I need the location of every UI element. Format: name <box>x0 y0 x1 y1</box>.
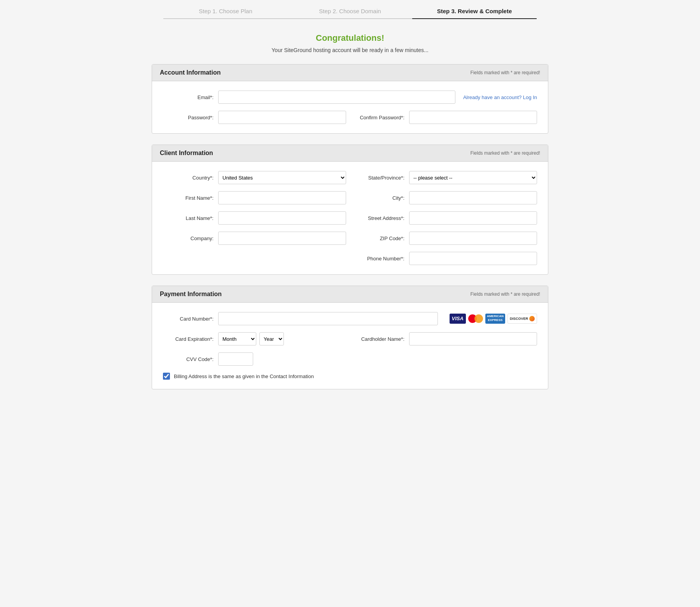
street-input[interactable] <box>409 211 537 225</box>
payment-info-note: Fields marked with * are required! <box>471 291 540 297</box>
zip-group: ZIP Code*: <box>354 232 537 245</box>
step-1[interactable]: Step 1. Choose Plan <box>163 8 288 19</box>
step-3[interactable]: Step 3. Review & Complete <box>412 8 537 19</box>
login-link[interactable]: Already have an account? Log In <box>463 94 537 100</box>
phone-input[interactable] <box>409 252 537 265</box>
lastname-street-row: Last Name*: Street Address*: <box>163 211 537 225</box>
cvv-group: CVV Code*: <box>163 352 537 366</box>
step-3-label: Step 3. Review & Complete <box>437 8 512 14</box>
password-label: Password*: <box>163 115 214 120</box>
cardholder-group: Cardholder Name*: <box>354 332 537 345</box>
billing-checkbox-label: Billing Address is the same as given in … <box>174 373 314 379</box>
phone-row: Phone Number*: <box>163 252 537 265</box>
password-row: Password*: Confirm Password*: <box>163 111 537 124</box>
mastercard-icon <box>468 314 483 324</box>
steps-bar: Step 1. Choose Plan Step 2. Choose Domai… <box>152 8 548 19</box>
account-info-header: Account Information Fields marked with *… <box>152 65 548 81</box>
expiry-group: Card Expiration*: MonthJanuaryFebruaryMa… <box>163 332 346 345</box>
zip-label: ZIP Code*: <box>354 235 404 241</box>
client-info-body: Country*: United States State/Province*:… <box>152 162 548 274</box>
congrats-title: Congratulations! <box>152 33 548 43</box>
expiry-row: Card Expiration*: MonthJanuaryFebruaryMa… <box>163 332 537 345</box>
billing-checkbox[interactable] <box>163 373 170 380</box>
phone-label: Phone Number*: <box>354 256 404 262</box>
payment-info-card: Payment Information Fields marked with *… <box>152 286 548 389</box>
confirm-password-group: Confirm Password*: <box>354 111 537 124</box>
email-row: Email*: Already have an account? Log In <box>163 91 537 104</box>
client-info-card: Client Information Fields marked with * … <box>152 145 548 275</box>
company-label: Company: <box>163 235 214 241</box>
step-2-label: Step 2. Choose Domain <box>319 8 381 14</box>
card-logos: VISA AMERICANEXPRESS DISCOVER <box>450 314 537 324</box>
account-info-note: Fields marked with * are required! <box>471 70 540 75</box>
cvv-row: CVV Code*: <box>163 352 537 366</box>
city-input[interactable] <box>409 191 537 204</box>
email-label: Email*: <box>163 94 214 100</box>
client-info-header: Client Information Fields marked with * … <box>152 145 548 162</box>
card-number-input[interactable] <box>218 312 438 325</box>
lastname-group: Last Name*: <box>163 211 346 225</box>
payment-info-body: Card Number*: VISA AMERICANEXPRESS DISCO… <box>152 303 548 389</box>
account-info-title: Account Information <box>160 69 220 76</box>
visa-icon: VISA <box>450 314 466 324</box>
password-group: Password*: <box>163 111 346 124</box>
email-group: Email*: <box>163 91 455 104</box>
company-group: Company: <box>163 232 346 245</box>
congrats-subtitle: Your SiteGround hosting account will be … <box>152 47 548 53</box>
year-select[interactable]: Year202420252026202720282029203020312032… <box>259 332 284 345</box>
payment-info-title: Payment Information <box>160 291 222 298</box>
expiry-selects: MonthJanuaryFebruaryMarchAprilMayJuneJul… <box>218 332 284 345</box>
zip-input[interactable] <box>409 232 537 245</box>
client-info-note: Fields marked with * are required! <box>471 150 540 156</box>
discover-icon: DISCOVER <box>508 314 537 324</box>
payment-info-header: Payment Information Fields marked with *… <box>152 286 548 303</box>
expiry-label: Card Expiration*: <box>163 336 214 342</box>
country-group: Country*: United States <box>163 171 346 184</box>
city-group: City*: <box>354 191 537 204</box>
firstname-input[interactable] <box>218 191 346 204</box>
cardholder-label: Cardholder Name*: <box>354 336 404 342</box>
state-group: State/Province*: -- please select -- <box>354 171 537 184</box>
firstname-label: First Name*: <box>163 195 214 201</box>
firstname-group: First Name*: <box>163 191 346 204</box>
cvv-label: CVV Code*: <box>163 356 214 362</box>
street-label: Street Address*: <box>354 215 404 221</box>
client-info-title: Client Information <box>160 150 213 157</box>
state-label: State/Province*: <box>354 175 404 181</box>
billing-checkbox-row: Billing Address is the same as given in … <box>163 373 537 380</box>
phone-group: Phone Number*: <box>354 252 537 265</box>
password-input[interactable] <box>218 111 346 124</box>
street-group: Street Address*: <box>354 211 537 225</box>
email-input[interactable] <box>218 91 455 104</box>
month-select[interactable]: MonthJanuaryFebruaryMarchAprilMayJuneJul… <box>218 332 256 345</box>
cvv-input[interactable] <box>218 352 253 366</box>
cardholder-input[interactable] <box>409 332 537 345</box>
country-state-row: Country*: United States State/Province*:… <box>163 171 537 184</box>
card-number-row: Card Number*: VISA AMERICANEXPRESS DISCO… <box>163 312 537 325</box>
step-1-label: Step 1. Choose Plan <box>199 8 252 14</box>
amex-icon: AMERICANEXPRESS <box>485 314 505 324</box>
account-info-body: Email*: Already have an account? Log In … <box>152 81 548 133</box>
lastname-input[interactable] <box>218 211 346 225</box>
country-select[interactable]: United States <box>218 171 346 184</box>
lastname-label: Last Name*: <box>163 215 214 221</box>
city-label: City*: <box>354 195 404 201</box>
card-number-label: Card Number*: <box>163 316 214 322</box>
company-input[interactable] <box>218 232 346 245</box>
account-info-card: Account Information Fields marked with *… <box>152 64 548 134</box>
confirm-password-input[interactable] <box>409 111 537 124</box>
firstname-city-row: First Name*: City*: <box>163 191 537 204</box>
card-number-group: Card Number*: <box>163 312 438 325</box>
confirm-password-label: Confirm Password*: <box>354 115 404 120</box>
company-zip-row: Company: ZIP Code*: <box>163 232 537 245</box>
step-2[interactable]: Step 2. Choose Domain <box>288 8 412 19</box>
state-select[interactable]: -- please select -- <box>409 171 537 184</box>
country-label: Country*: <box>163 175 214 181</box>
